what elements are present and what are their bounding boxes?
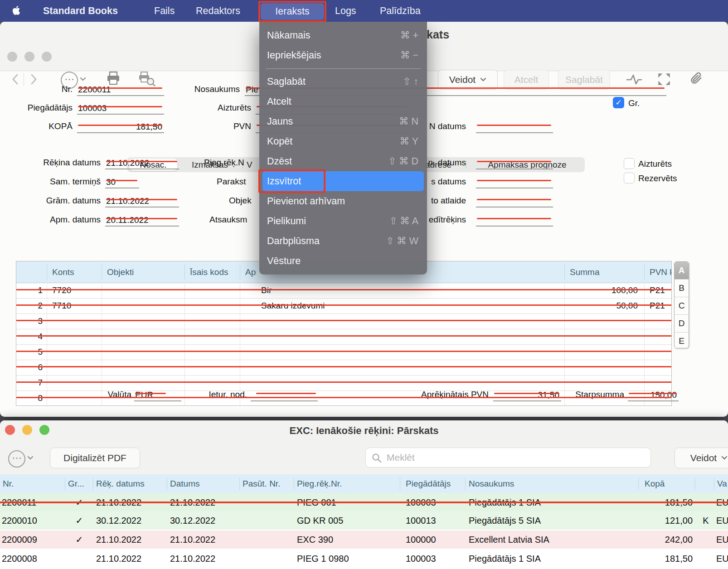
flip-tab-e[interactable]: E [675, 333, 689, 348]
tab-fragment[interactable]: V [247, 157, 252, 172]
menu-item-label: Pielikumi [267, 216, 306, 227]
col-piegadatajs[interactable]: Piegādātājs [406, 474, 451, 493]
digitalizet-pdf-label: Digitalizēt PDF [63, 453, 126, 463]
menu-item-shortcut: ⇧ ⌘ W [386, 231, 418, 251]
paperclip-icon[interactable] [688, 71, 704, 87]
pvn-datums-field[interactable] [476, 120, 553, 133]
menu-item-izsvitrot[interactable]: Izsvītrot [262, 171, 424, 191]
aizturets-checkbox[interactable] [624, 158, 635, 169]
cell-valuta: EUR [716, 530, 728, 549]
kopa-field[interactable]: 181,50 [77, 120, 164, 133]
back-arrow-button[interactable] [10, 70, 21, 89]
flip-tab-b[interactable]: B [675, 280, 689, 297]
menubar-item-redaktors[interactable]: Redaktors [196, 0, 240, 22]
piegadatajs-field[interactable]: 100003 [77, 101, 164, 115]
col-objekti[interactable]: Objekti [107, 261, 134, 283]
browse-row[interactable]: 2200009 ✓ 21.10.2022 21.10.2022 EXC 390 … [0, 530, 728, 550]
col-pieg-rek-nr[interactable]: Pieg.rēķ.Nr. [297, 474, 342, 493]
col-rek-datums[interactable]: Rēķ. datums [96, 474, 145, 493]
zoom-window-button[interactable] [42, 52, 52, 62]
menu-item-pielikumi[interactable]: Pielikumi ⇧ ⌘ A [262, 211, 424, 231]
san-datums-field[interactable] [476, 156, 553, 169]
atlaide-field[interactable] [476, 194, 553, 207]
item-row[interactable]: 2 7710 Sakaru izdevumi 50,00 P21 [16, 298, 671, 314]
more-options-icon[interactable]: ⋯ [8, 450, 25, 468]
menu-item-pievienot-arhivam[interactable]: Pievienot arhīvam [262, 191, 424, 211]
sam-termins-label: Sam. termiņš [18, 177, 101, 187]
aprekinatais-pvn-field[interactable]: 31,50 [493, 388, 561, 401]
item-row[interactable]: 1 7720 Bir 100,00 P21 [16, 283, 671, 299]
san-datums-label-fragment: n. datums [421, 158, 466, 168]
col-nosaukums[interactable]: Nosaukums [469, 474, 514, 493]
col-pasut-nr[interactable]: Pasūt. Nr. [243, 474, 280, 493]
datums-field[interactable] [476, 175, 553, 188]
gram-datums-field[interactable]: 21.10.2022 [105, 194, 179, 207]
cell-kopa: 181,50 [638, 550, 693, 568]
menubar-item-palidziba[interactable]: Palīdzība [380, 0, 421, 22]
rezervets-checkbox[interactable] [624, 173, 635, 183]
cell-piegadatajs: 100003 [406, 550, 436, 568]
strike-line [16, 289, 672, 290]
gram-datums-label: Grām. datums [18, 196, 101, 206]
flip-tab-a[interactable]: A [675, 262, 689, 280]
nosaukums-label: Nosaukums [179, 84, 240, 94]
gr-checkbox[interactable]: ✓ [613, 97, 624, 108]
menu-item-vesture[interactable]: Vēsture [262, 251, 424, 271]
menu-item-atcelt[interactable]: Atcelt [262, 92, 424, 111]
flip-tab-c[interactable]: C [675, 297, 689, 315]
menu-item-kopet[interactable]: Kopēt ⌘ Y [262, 131, 424, 151]
strike-line [106, 199, 177, 200]
menu-item-saglabat[interactable]: Saglabāt ⇧ ↑ [262, 72, 424, 92]
item-row[interactable]: 4 [16, 329, 671, 345]
menu-item-shortcut: ⇧ ↑ [403, 72, 418, 92]
col-datums[interactable]: Datums [170, 474, 199, 493]
starpsumma-field[interactable]: 150,00 [628, 388, 679, 401]
chevron-down-icon[interactable] [80, 77, 86, 82]
col-apraksts-fragment[interactable]: Ap [245, 261, 256, 283]
col-valuta-fragment[interactable]: Va [717, 474, 727, 493]
col-summa[interactable]: Summa [570, 261, 599, 283]
menubar-item-logs[interactable]: Logs [335, 0, 356, 22]
kreditrekins-field[interactable] [476, 213, 553, 227]
menu-item-darbplusma[interactable]: Darbplūsma ⇧ ⌘ W [262, 231, 424, 251]
menubar-item-ieraksts[interactable]: Ieraksts [261, 3, 324, 20]
rekina-datums-field[interactable]: 21.10.2022 [105, 156, 179, 169]
menubar-app-name[interactable]: Standard Books [43, 0, 118, 22]
menu-item-label: Darbplūsma [267, 236, 320, 246]
col-konts[interactable]: Konts [52, 261, 74, 283]
col-kopa[interactable]: Kopā [645, 474, 665, 493]
close-window-button[interactable] [7, 52, 17, 62]
digitalizet-pdf-button[interactable]: Digitalizēt PDF [50, 448, 140, 468]
flip-tab-d[interactable]: D [675, 315, 689, 333]
col-isais-kods[interactable]: Īsais kods [190, 261, 228, 283]
chevron-down-icon [480, 77, 486, 82]
browse-row[interactable]: 2200008 21.10.2022 21.10.2022 PIEG 1 098… [0, 550, 728, 568]
col-nr[interactable]: Nr. [3, 474, 14, 493]
apple-logo-icon[interactable] [11, 5, 22, 17]
chevron-down-icon[interactable] [27, 456, 34, 460]
item-row[interactable]: 6 [16, 360, 671, 376]
apm-datums-field[interactable]: 20.11.2022 [105, 213, 179, 227]
cell-nr: 2200010 [2, 511, 37, 530]
sam-termins-field[interactable]: 30 [105, 175, 139, 188]
nr-field[interactable]: 2200011 [77, 82, 164, 96]
item-row[interactable]: 3 [16, 313, 671, 329]
browse-row[interactable]: 2200011 ✓ 21.10.2022 21.10.2022 PIEG 001… [0, 493, 728, 512]
menu-item-nakamais[interactable]: Nākamais ⌘ + [262, 25, 424, 45]
col-gr[interactable]: Gr... [68, 474, 84, 493]
veidot-button[interactable]: Veidot [675, 448, 728, 468]
cell-nosaukums: Piegādātājs 5 SIA [469, 511, 541, 530]
browse-row[interactable]: 2200010 ✓ 30.12.2022 30.12.2022 GD KR 00… [0, 511, 728, 530]
item-row[interactable]: 7 [16, 375, 671, 391]
menu-item-jauns[interactable]: Jauns ⌘ N [262, 111, 424, 131]
item-row[interactable]: 5 [16, 344, 671, 360]
menubar-item-fails[interactable]: Fails [154, 0, 175, 22]
ietur-nod-field[interactable] [251, 388, 318, 401]
menu-item-dzest[interactable]: Dzēst ⇧ ⌘ D [262, 151, 424, 171]
search-input[interactable]: Meklēt [365, 448, 651, 468]
menubar: Standard Books Fails Redaktors Ieraksts … [0, 0, 728, 22]
col-pvn-kd[interactable]: PVN kd [650, 261, 672, 283]
cell-rek-datums: 30.12.2022 [96, 511, 141, 530]
menu-item-iepriekšejais[interactable]: Iepriekšējais ⌘ − [262, 45, 424, 65]
minimize-window-button[interactable] [24, 52, 34, 62]
